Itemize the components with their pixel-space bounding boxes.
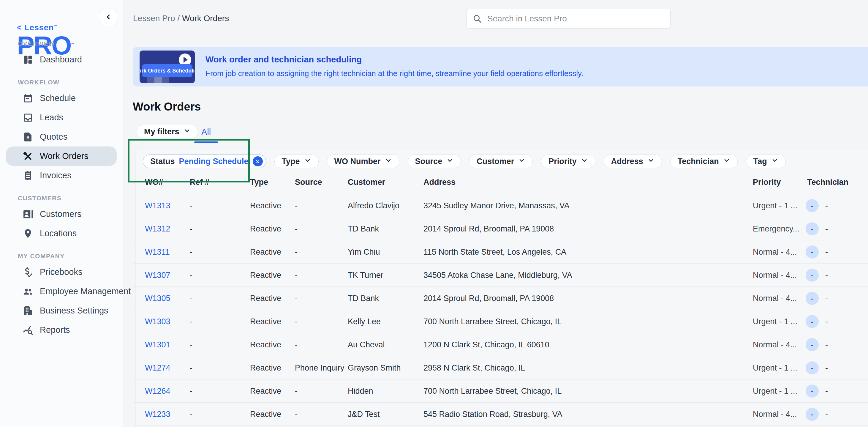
type-cell: Reactive	[250, 263, 281, 287]
table-row[interactable]: W1307 - Reactive - TK Turner 34505 Atoka…	[133, 263, 868, 286]
filter-chip-address[interactable]: Address	[604, 154, 662, 168]
wo-number-link[interactable]: W1305	[145, 294, 170, 303]
sidebar-section-label: MY COMPANY	[18, 252, 123, 260]
wo-number-link[interactable]: W1264	[145, 387, 170, 396]
table-row[interactable]: W1233 - Reactive - J&D Test 545 Radio St…	[133, 402, 868, 426]
table-row[interactable]: W1311 - Reactive - Yim Chiu 115 North St…	[133, 240, 868, 263]
wo-number-link[interactable]: W1312	[145, 224, 170, 233]
sidebar-item-label: Reports	[40, 325, 70, 335]
sidebar-item-leads[interactable]: Leads	[6, 108, 117, 127]
filter-chip-customer[interactable]: Customer	[469, 154, 533, 168]
sidebar-item-customers[interactable]: Customers	[6, 204, 117, 224]
search-input[interactable]	[487, 14, 664, 24]
chevron-down-icon	[723, 157, 730, 166]
table-row[interactable]: W1274 - Reactive Phone Inquiry Grayson S…	[133, 356, 868, 379]
technician-cell: -	[825, 379, 828, 403]
type-cell: Reactive	[250, 217, 281, 240]
sidebar-item-label: Quotes	[40, 132, 68, 142]
sidebar-item-invoices[interactable]: Invoices	[6, 166, 117, 185]
customer-cell: TD Bank	[348, 287, 379, 310]
sidebar-item-employee-management[interactable]: Employee Management	[6, 282, 117, 301]
dollar-check-icon	[23, 267, 33, 278]
filter-chip-tag[interactable]: Tag	[746, 154, 786, 168]
table-row[interactable]: W1303 - Reactive - Kelly Lee 700 North L…	[133, 310, 868, 333]
filter-chip-wo-number[interactable]: WO Number	[327, 154, 399, 168]
calendar-icon	[23, 93, 33, 104]
filter-chip-label: Priority	[549, 157, 577, 166]
ref-cell: -	[190, 356, 192, 379]
wo-number-link[interactable]: W1307	[145, 271, 170, 280]
type-cell: Reactive	[250, 403, 281, 426]
table-row[interactable]: W1264 - Reactive - Hidden 700 North Larr…	[133, 379, 868, 402]
wo-number-link[interactable]: W1233	[145, 410, 170, 419]
type-cell: Reactive	[250, 379, 281, 403]
address-cell: 34505 Atoka Chase Lane, Middleburg, VA	[424, 263, 572, 287]
filter-chip-status[interactable]: Status Pending Schedule	[143, 154, 266, 168]
sidebar-item-locations[interactable]: Locations	[6, 224, 117, 243]
table-row[interactable]: W1301 - Reactive - Au Cheval 1200 N Clar…	[133, 333, 868, 356]
priority-cell: Normal - 4...	[753, 287, 797, 310]
work-orders-table: WO# Ref # Type Source Customer Address P…	[133, 175, 868, 426]
banner-title: Work order and technician scheduling	[206, 55, 362, 64]
technician-avatar: -	[806, 338, 819, 351]
chevron-down-icon	[184, 127, 191, 136]
column-header-ref: Ref #	[190, 175, 209, 189]
sidebar-collapse-button[interactable]	[100, 9, 117, 26]
promo-banner: Work Orders & Scheduling Work order and …	[133, 47, 868, 86]
tab-all[interactable]: All	[202, 127, 211, 137]
wo-number-link[interactable]: W1311	[145, 248, 170, 256]
crossed-tools-icon	[23, 151, 33, 162]
wo-number-link[interactable]: W1313	[145, 201, 170, 210]
sidebar-item-reports[interactable]: Reports	[6, 320, 117, 340]
technician-avatar: -	[806, 385, 819, 398]
column-header-priority: Priority	[753, 175, 781, 189]
filter-chip-technician[interactable]: Technician	[670, 154, 738, 168]
table-row[interactable]: W1312 - Reactive - TD Bank 2014 Sproul R…	[133, 217, 868, 240]
source-cell: -	[295, 287, 298, 310]
sidebar-item-quotes[interactable]: $ Quotes	[6, 127, 117, 146]
filter-chip-label: Customer	[476, 157, 514, 166]
sidebar-item-schedule[interactable]: Schedule	[6, 89, 117, 108]
filter-chip-source[interactable]: Source	[408, 154, 461, 168]
remove-status-filter-button[interactable]	[253, 156, 263, 166]
technician-cell: -	[825, 287, 828, 310]
wo-number-link[interactable]: W1303	[145, 317, 170, 326]
chart-search-icon	[23, 325, 33, 336]
building-icon	[23, 306, 33, 316]
sidebar-item-work-orders[interactable]: Work Orders	[6, 146, 117, 166]
priority-cell: Normal - 4...	[753, 333, 797, 356]
filter-chip-priority[interactable]: Priority	[541, 154, 595, 168]
table-row[interactable]: W1313 - Reactive - Alfredo Clavijo 3245 …	[133, 194, 868, 217]
filter-chip-type[interactable]: Type	[274, 154, 319, 168]
technician-cell: -	[825, 240, 828, 263]
column-header-wo: WO#	[145, 175, 163, 189]
wo-number-link[interactable]: W1274	[145, 363, 170, 372]
ref-cell: -	[190, 263, 192, 287]
source-cell: Phone Inquiry	[295, 356, 344, 379]
source-cell: -	[295, 333, 298, 356]
column-header-technician: Technician	[807, 175, 848, 189]
chevron-down-icon	[771, 157, 778, 166]
customer-cell: Grayson Smith	[348, 356, 401, 379]
sidebar-item-pricebooks[interactable]: Pricebooks	[6, 262, 117, 282]
address-cell: 2014 Sproul Rd, Broomall, PA 19008	[424, 287, 554, 310]
technician-avatar: -	[806, 292, 819, 305]
sidebar-item-dashboard[interactable]: Dashboard	[6, 50, 117, 69]
source-cell: -	[295, 217, 298, 240]
technician-cell: -	[825, 403, 828, 426]
type-cell: Reactive	[250, 310, 281, 333]
video-thumbnail[interactable]: Work Orders & Scheduling	[140, 51, 195, 83]
wo-number-link[interactable]: W1301	[145, 340, 170, 349]
customer-cell: Hidden	[348, 379, 373, 403]
table-row[interactable]: W1305 - Reactive - TD Bank 2014 Sproul R…	[133, 286, 868, 310]
priority-cell: Normal - 4...	[753, 403, 797, 426]
ref-cell: -	[190, 217, 192, 240]
chevron-down-icon	[518, 157, 525, 166]
quote-document-icon: $	[23, 132, 33, 142]
sidebar-section: OVERVIEW Dashboard	[0, 39, 123, 69]
chevron-down-icon	[581, 157, 588, 166]
sidebar-item-business-settings[interactable]: Business Settings	[6, 301, 117, 320]
breadcrumb-parent[interactable]: Lessen Pro	[133, 14, 175, 23]
sidebar-item-label: Schedule	[40, 93, 76, 103]
type-cell: Reactive	[250, 240, 281, 263]
